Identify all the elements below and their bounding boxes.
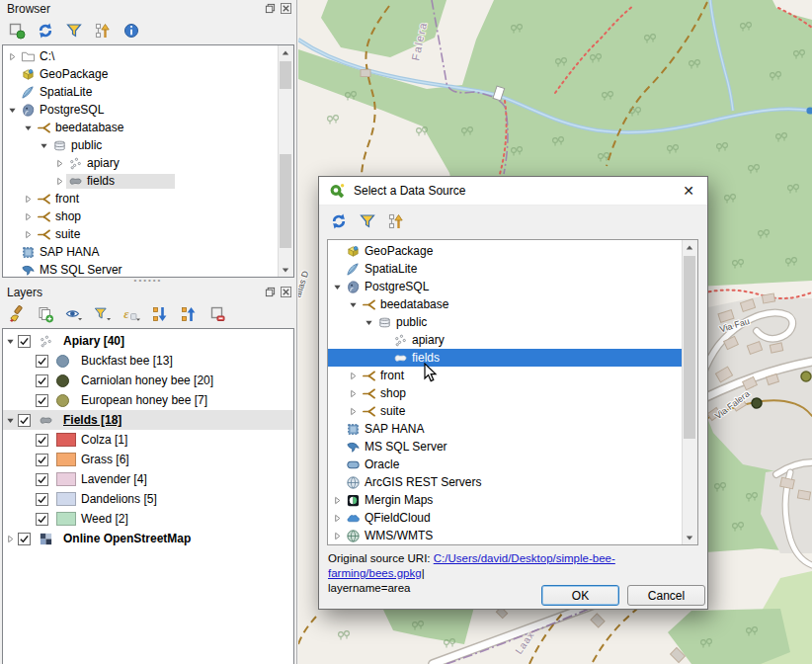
layer-checkbox[interactable] bbox=[36, 374, 48, 387]
tree-item-spatialite[interactable]: SpatiaLite bbox=[328, 260, 683, 278]
tree-item-shop[interactable]: shop bbox=[3, 208, 279, 225]
add-group-button[interactable] bbox=[36, 304, 55, 324]
float-panel-button[interactable] bbox=[264, 286, 277, 298]
layer-item-grass-6[interactable]: Grass [6] bbox=[3, 450, 293, 469]
chevron-collapsed-icon[interactable] bbox=[349, 407, 358, 416]
tree-item-geopackage[interactable]: GeoPackage bbox=[328, 242, 683, 260]
layer-checkbox[interactable] bbox=[18, 414, 31, 427]
chevron-collapsed-icon[interactable] bbox=[8, 52, 17, 61]
layer-item-lavender-4[interactable]: Lavender [4] bbox=[3, 469, 293, 489]
scroll-up-icon[interactable] bbox=[683, 240, 696, 255]
filter-button[interactable] bbox=[358, 211, 377, 231]
layer-checkbox[interactable] bbox=[36, 513, 48, 526]
styling-button[interactable] bbox=[7, 304, 27, 324]
tree-item-wms-wmts[interactable]: WMS/WMTS bbox=[328, 527, 683, 544]
tree-item-front[interactable]: front bbox=[328, 367, 683, 384]
layer-item-fields-18[interactable]: Fields [18] bbox=[3, 410, 293, 430]
cancel-button[interactable]: Cancel bbox=[627, 585, 705, 606]
tree-item-arcgis-rest-servers[interactable]: ArcGIS REST Servers bbox=[328, 473, 683, 491]
layer-item-buckfast-bee-13[interactable]: Buckfast bee [13] bbox=[3, 351, 293, 371]
chevron-expanded-icon[interactable] bbox=[6, 337, 15, 346]
close-panel-button[interactable] bbox=[280, 286, 292, 298]
chevron-collapsed-icon[interactable] bbox=[24, 195, 33, 204]
scrollbar-thumb[interactable] bbox=[280, 61, 291, 89]
collapse-all-button[interactable] bbox=[386, 211, 406, 231]
chevron-expanded-icon[interactable] bbox=[6, 416, 15, 425]
chevron-collapsed-icon[interactable] bbox=[55, 177, 64, 186]
chevron-expanded-icon[interactable] bbox=[40, 141, 48, 150]
refresh-button[interactable] bbox=[36, 21, 55, 41]
dialog-scrollbar[interactable] bbox=[682, 240, 697, 544]
layer-item-colza-1[interactable]: Colza [1] bbox=[3, 430, 293, 450]
layer-checkbox[interactable] bbox=[18, 335, 31, 348]
layer-checkbox[interactable] bbox=[36, 493, 48, 506]
tree-item-suite[interactable]: suite bbox=[328, 402, 683, 420]
add-layer-button[interactable] bbox=[7, 21, 27, 41]
chevron-collapsed-icon[interactable] bbox=[6, 535, 15, 543]
tree-item-c[interactable]: C:\ bbox=[3, 47, 279, 65]
browser-scrollbar[interactable] bbox=[278, 45, 293, 277]
scroll-down-icon[interactable] bbox=[279, 262, 292, 277]
layer-checkbox[interactable] bbox=[36, 434, 48, 447]
expand-all-button[interactable] bbox=[150, 304, 170, 324]
tree-item-sap-hana[interactable]: SAP HANA bbox=[3, 243, 279, 261]
tree-item-public[interactable]: public bbox=[3, 136, 279, 154]
dialog-close-icon[interactable]: ✕ bbox=[679, 183, 698, 199]
scroll-down-icon[interactable] bbox=[683, 530, 696, 544]
tree-item-apiary[interactable]: apiary bbox=[328, 331, 683, 349]
tree-item-suite[interactable]: suite bbox=[3, 225, 279, 243]
tree-item-mergin-maps[interactable]: Mergin Maps bbox=[328, 491, 683, 509]
layer-checkbox[interactable] bbox=[36, 454, 48, 466]
properties-button[interactable] bbox=[122, 21, 141, 41]
layer-item-european-honey-bee-7[interactable]: European honey bee [7] bbox=[3, 390, 293, 410]
float-panel-button[interactable] bbox=[264, 2, 277, 15]
chevron-expanded-icon[interactable] bbox=[8, 106, 17, 115]
chevron-expanded-icon[interactable] bbox=[333, 283, 342, 291]
tree-item-sap-hana[interactable]: SAP HANA bbox=[328, 420, 683, 438]
collapse-all-button[interactable] bbox=[93, 21, 113, 41]
chevron-expanded-icon[interactable] bbox=[365, 318, 373, 327]
tree-item-qfieldcloud[interactable]: QFieldCloud bbox=[328, 509, 683, 527]
tree-item-postgresql[interactable]: PostgreSQL bbox=[3, 101, 279, 119]
scrollbar-thumb[interactable] bbox=[684, 256, 695, 439]
layer-checkbox[interactable] bbox=[18, 533, 31, 545]
chevron-collapsed-icon[interactable] bbox=[24, 230, 33, 239]
tree-item-fields[interactable]: fields bbox=[328, 349, 683, 367]
layer-item-dandelions-5[interactable]: Dandelions [5] bbox=[3, 489, 293, 509]
chevron-expanded-icon[interactable] bbox=[349, 300, 358, 309]
tree-item-ms-sql-server[interactable]: MS SQL Server bbox=[328, 438, 683, 456]
refresh-button[interactable] bbox=[329, 211, 349, 231]
layer-item-online-openstreetmap[interactable]: Online OpenStreetMap bbox=[3, 529, 293, 548]
tree-item-geopackage[interactable]: GeoPackage bbox=[3, 65, 279, 83]
chevron-collapsed-icon[interactable] bbox=[349, 389, 358, 398]
remove-layer-button[interactable] bbox=[207, 304, 227, 324]
tree-item-shop[interactable]: shop bbox=[328, 384, 683, 402]
tree-item-beedatabase[interactable]: beedatabase bbox=[328, 295, 683, 313]
chevron-collapsed-icon[interactable] bbox=[349, 372, 358, 380]
tree-item-apiary[interactable]: apiary bbox=[3, 154, 279, 172]
ok-button[interactable]: OK bbox=[541, 585, 619, 606]
tree-item-spatialite[interactable]: SpatiaLite bbox=[3, 83, 279, 101]
tree-item-oracle[interactable]: Oracle bbox=[328, 456, 683, 473]
chevron-collapsed-icon[interactable] bbox=[333, 496, 342, 505]
layer-item-apiary-40[interactable]: Apiary [40] bbox=[3, 331, 293, 351]
tree-item-ms-sql-server[interactable]: MS SQL Server bbox=[3, 261, 279, 278]
chevron-collapsed-icon[interactable] bbox=[55, 159, 64, 168]
scroll-up-icon[interactable] bbox=[279, 45, 292, 60]
tree-item-fields[interactable]: fields bbox=[3, 172, 279, 190]
layer-checkbox[interactable] bbox=[36, 355, 48, 368]
layer-checkbox[interactable] bbox=[36, 473, 48, 486]
filter-expression-button[interactable]: ε bbox=[122, 304, 141, 324]
tree-item-postgresql[interactable]: PostgreSQL bbox=[328, 278, 683, 295]
filter-button[interactable] bbox=[64, 21, 84, 41]
dialog-titlebar[interactable]: Select a Data Source ✕ bbox=[319, 177, 707, 206]
tree-item-public[interactable]: public bbox=[328, 313, 683, 331]
layer-item-carniolan-honey-bee-20[interactable]: Carniolan honey bee [20] bbox=[3, 371, 293, 390]
chevron-collapsed-icon[interactable] bbox=[333, 532, 342, 540]
chevron-collapsed-icon[interactable] bbox=[333, 514, 342, 523]
collapse-all-layers-button[interactable] bbox=[179, 304, 199, 324]
map-themes-button[interactable] bbox=[64, 304, 84, 324]
layer-checkbox[interactable] bbox=[36, 394, 48, 407]
chevron-expanded-icon[interactable] bbox=[24, 124, 33, 132]
chevron-collapsed-icon[interactable] bbox=[24, 212, 33, 221]
